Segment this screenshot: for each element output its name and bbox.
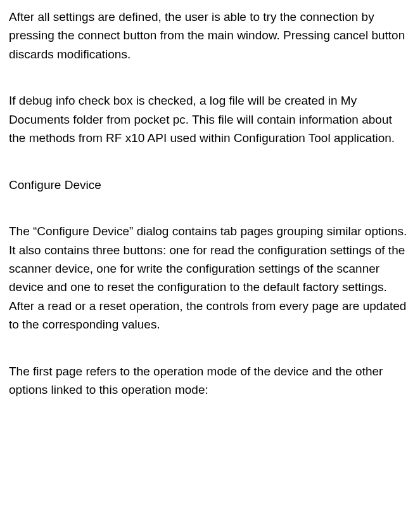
body-paragraph-2: If debug info check box is checked, a lo… — [9, 91, 409, 147]
body-paragraph-1: After all settings are defined, the user… — [9, 8, 409, 63]
body-paragraph-4: The first page refers to the operation m… — [9, 362, 409, 399]
body-paragraph-3: The “Configure Device” dialog contains t… — [9, 222, 409, 334]
section-heading-configure-device: Configure Device — [9, 176, 409, 194]
